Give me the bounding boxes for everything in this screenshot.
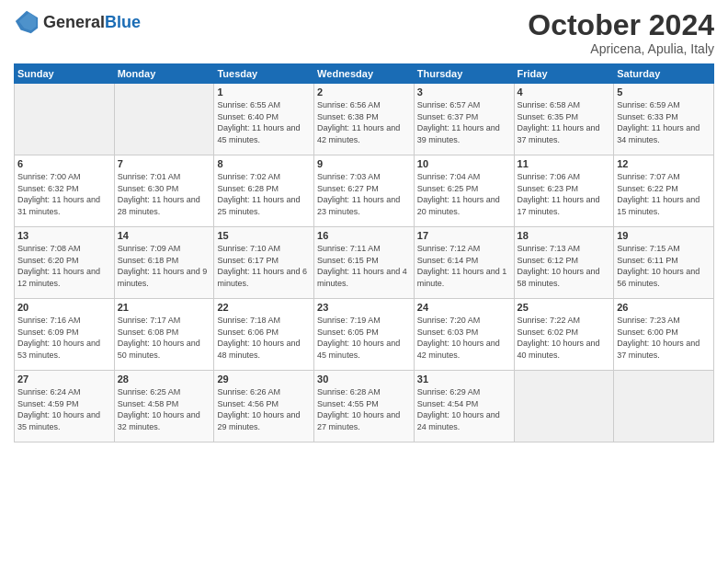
day-number: 8	[217, 158, 311, 169]
weekday-header-tuesday: Tuesday	[214, 64, 314, 84]
calendar-cell: 26Sunrise: 7:23 AMSunset: 6:00 PMDayligh…	[614, 299, 714, 371]
calendar-cell: 10Sunrise: 7:04 AMSunset: 6:25 PMDayligh…	[414, 155, 514, 227]
day-number: 13	[17, 230, 111, 241]
day-info: Sunrise: 7:12 AMSunset: 6:14 PMDaylight:…	[417, 243, 511, 289]
day-info: Sunrise: 7:02 AMSunset: 6:28 PMDaylight:…	[217, 171, 311, 217]
day-info: Sunrise: 7:01 AMSunset: 6:30 PMDaylight:…	[118, 171, 211, 217]
calendar-cell: 1Sunrise: 6:55 AMSunset: 6:40 PMDaylight…	[214, 84, 314, 155]
calendar-cell: 23Sunrise: 7:19 AMSunset: 6:05 PMDayligh…	[314, 299, 415, 371]
day-number: 11	[518, 158, 611, 169]
calendar-cell: 21Sunrise: 7:17 AMSunset: 6:08 PMDayligh…	[114, 299, 214, 371]
day-number: 25	[518, 302, 611, 313]
day-number: 6	[17, 158, 111, 169]
day-number: 16	[317, 230, 411, 241]
weekday-header-wednesday: Wednesday	[314, 64, 415, 84]
calendar-cell: 12Sunrise: 7:07 AMSunset: 6:22 PMDayligh…	[614, 155, 714, 227]
logo: GeneralBlue	[14, 9, 141, 35]
day-number: 15	[217, 230, 311, 241]
calendar-week-row: 13Sunrise: 7:08 AMSunset: 6:20 PMDayligh…	[15, 227, 714, 299]
day-info: Sunrise: 7:17 AMSunset: 6:08 PMDaylight:…	[118, 315, 211, 361]
day-info: Sunrise: 7:07 AMSunset: 6:22 PMDaylight:…	[617, 171, 711, 217]
day-number: 19	[617, 230, 711, 241]
month-title: October 2024	[528, 9, 714, 41]
day-number: 1	[217, 86, 311, 98]
day-number: 18	[518, 230, 611, 241]
calendar-cell: 18Sunrise: 7:13 AMSunset: 6:12 PMDayligh…	[514, 227, 614, 299]
day-number: 9	[317, 158, 411, 169]
title-area: October 2024 Apricena, Apulia, Italy	[528, 9, 714, 56]
calendar-cell: 31Sunrise: 6:29 AMSunset: 4:54 PMDayligh…	[414, 371, 514, 442]
calendar-cell: 14Sunrise: 7:09 AMSunset: 6:18 PMDayligh…	[114, 227, 214, 299]
calendar-cell	[514, 371, 614, 442]
weekday-header-sunday: Sunday	[15, 64, 115, 84]
logo-text: GeneralBlue	[43, 13, 141, 32]
calendar-cell: 15Sunrise: 7:10 AMSunset: 6:17 PMDayligh…	[214, 227, 314, 299]
day-number: 22	[217, 302, 311, 313]
day-info: Sunrise: 6:29 AMSunset: 4:54 PMDaylight:…	[417, 386, 511, 432]
page: GeneralBlue October 2024 Apricena, Apuli…	[0, 0, 728, 563]
day-info: Sunrise: 7:15 AMSunset: 6:11 PMDaylight:…	[617, 243, 711, 289]
day-info: Sunrise: 7:06 AMSunset: 6:23 PMDaylight:…	[518, 171, 611, 217]
day-number: 10	[417, 158, 511, 169]
calendar-week-row: 6Sunrise: 7:00 AMSunset: 6:32 PMDaylight…	[15, 155, 714, 227]
day-number: 4	[518, 86, 611, 98]
day-info: Sunrise: 6:58 AMSunset: 6:35 PMDaylight:…	[518, 99, 611, 145]
weekday-header-thursday: Thursday	[414, 64, 514, 84]
calendar-cell: 13Sunrise: 7:08 AMSunset: 6:20 PMDayligh…	[15, 227, 115, 299]
day-info: Sunrise: 7:03 AMSunset: 6:27 PMDaylight:…	[317, 171, 411, 217]
day-info: Sunrise: 7:22 AMSunset: 6:02 PMDaylight:…	[518, 315, 611, 361]
day-info: Sunrise: 6:24 AMSunset: 4:59 PMDaylight:…	[17, 386, 111, 432]
calendar-cell: 5Sunrise: 6:59 AMSunset: 6:33 PMDaylight…	[614, 84, 714, 155]
day-info: Sunrise: 7:10 AMSunset: 6:17 PMDaylight:…	[217, 243, 311, 289]
calendar-week-row: 20Sunrise: 7:16 AMSunset: 6:09 PMDayligh…	[15, 299, 714, 371]
day-info: Sunrise: 7:08 AMSunset: 6:20 PMDaylight:…	[17, 243, 111, 289]
calendar-week-row: 27Sunrise: 6:24 AMSunset: 4:59 PMDayligh…	[15, 371, 714, 442]
day-info: Sunrise: 7:23 AMSunset: 6:00 PMDaylight:…	[617, 315, 711, 361]
header: GeneralBlue October 2024 Apricena, Apuli…	[14, 9, 714, 56]
calendar-cell	[614, 371, 714, 442]
calendar-cell: 24Sunrise: 7:20 AMSunset: 6:03 PMDayligh…	[414, 299, 514, 371]
calendar-cell: 30Sunrise: 6:28 AMSunset: 4:55 PMDayligh…	[314, 371, 415, 442]
day-info: Sunrise: 7:16 AMSunset: 6:09 PMDaylight:…	[17, 315, 111, 361]
calendar-cell: 17Sunrise: 7:12 AMSunset: 6:14 PMDayligh…	[414, 227, 514, 299]
logo-icon	[14, 9, 40, 35]
weekday-header-friday: Friday	[514, 64, 614, 84]
calendar-header-row: SundayMondayTuesdayWednesdayThursdayFrid…	[15, 64, 714, 84]
logo-blue: Blue	[105, 13, 141, 31]
day-number: 12	[617, 158, 711, 169]
day-number: 27	[17, 373, 111, 385]
day-info: Sunrise: 7:19 AMSunset: 6:05 PMDaylight:…	[317, 315, 411, 361]
day-info: Sunrise: 7:04 AMSunset: 6:25 PMDaylight:…	[417, 171, 511, 217]
logo-general: General	[43, 13, 105, 31]
calendar-cell: 29Sunrise: 6:26 AMSunset: 4:56 PMDayligh…	[214, 371, 314, 442]
day-number: 23	[317, 302, 411, 313]
day-info: Sunrise: 6:26 AMSunset: 4:56 PMDaylight:…	[217, 386, 311, 432]
day-number: 17	[417, 230, 511, 241]
day-number: 31	[417, 373, 511, 385]
day-number: 2	[317, 86, 411, 98]
day-info: Sunrise: 6:28 AMSunset: 4:55 PMDaylight:…	[317, 386, 411, 432]
day-number: 30	[317, 373, 411, 385]
day-info: Sunrise: 7:09 AMSunset: 6:18 PMDaylight:…	[118, 243, 211, 289]
calendar-cell: 27Sunrise: 6:24 AMSunset: 4:59 PMDayligh…	[15, 371, 115, 442]
day-number: 21	[118, 302, 211, 313]
location-subtitle: Apricena, Apulia, Italy	[528, 41, 714, 56]
day-number: 24	[417, 302, 511, 313]
day-info: Sunrise: 7:20 AMSunset: 6:03 PMDaylight:…	[417, 315, 511, 361]
calendar-cell: 28Sunrise: 6:25 AMSunset: 4:58 PMDayligh…	[114, 371, 214, 442]
day-number: 26	[617, 302, 711, 313]
calendar-cell: 6Sunrise: 7:00 AMSunset: 6:32 PMDaylight…	[15, 155, 115, 227]
calendar-cell: 9Sunrise: 7:03 AMSunset: 6:27 PMDaylight…	[314, 155, 415, 227]
day-number: 5	[617, 86, 711, 98]
day-info: Sunrise: 7:13 AMSunset: 6:12 PMDaylight:…	[518, 243, 611, 289]
calendar-cell: 25Sunrise: 7:22 AMSunset: 6:02 PMDayligh…	[514, 299, 614, 371]
day-info: Sunrise: 7:18 AMSunset: 6:06 PMDaylight:…	[217, 315, 311, 361]
day-number: 20	[17, 302, 111, 313]
day-info: Sunrise: 7:11 AMSunset: 6:15 PMDaylight:…	[317, 243, 411, 289]
day-number: 28	[118, 373, 211, 385]
calendar-cell: 7Sunrise: 7:01 AMSunset: 6:30 PMDaylight…	[114, 155, 214, 227]
day-number: 29	[217, 373, 311, 385]
calendar-cell: 3Sunrise: 6:57 AMSunset: 6:37 PMDaylight…	[414, 84, 514, 155]
day-info: Sunrise: 6:55 AMSunset: 6:40 PMDaylight:…	[217, 99, 311, 145]
calendar-cell: 11Sunrise: 7:06 AMSunset: 6:23 PMDayligh…	[514, 155, 614, 227]
